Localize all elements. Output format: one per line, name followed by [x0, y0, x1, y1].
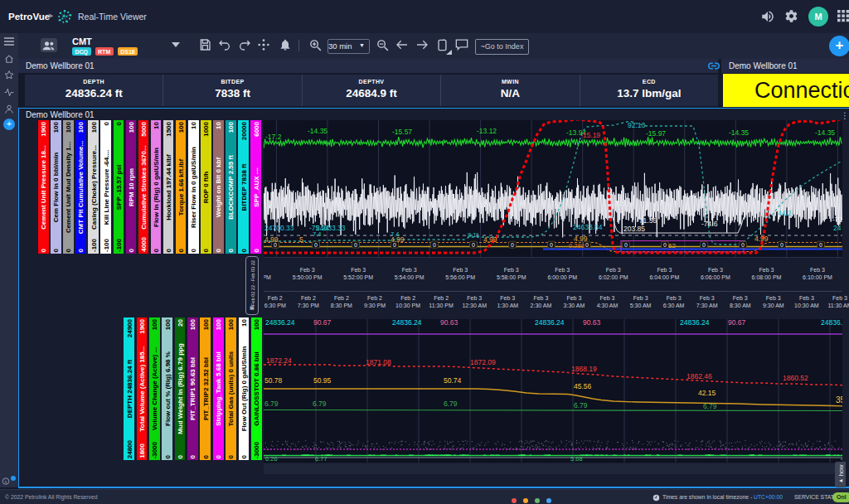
svg-text:-15.57: -15.57	[392, 128, 412, 136]
svg-text:0: 0	[780, 242, 784, 248]
svg-text:0: 0	[433, 242, 436, 248]
svg-text:42.15: 42.15	[698, 389, 716, 397]
svg-text:5.68: 5.68	[570, 455, 583, 463]
svg-text:1868.19: 1868.19	[571, 365, 597, 373]
svg-text:24836.24: 24836.24	[535, 319, 565, 327]
svg-text:-74.6: -74.6	[701, 220, 718, 228]
svg-text:24836.24: 24836.24	[392, 319, 422, 327]
svg-text:90.63: 90.63	[440, 319, 458, 327]
svg-text:6.79: 6.79	[264, 400, 279, 408]
svg-text:0: 0	[314, 242, 318, 248]
svg-text:-72: -72	[832, 216, 842, 224]
svg-text:1871.08: 1871.08	[366, 358, 391, 366]
svg-text:90.67: 90.67	[728, 319, 746, 327]
svg-text:0.280: 0.280	[569, 242, 585, 250]
svg-text:0: 0	[819, 242, 822, 248]
svg-text:0: 0	[663, 242, 667, 248]
svg-text:90.67: 90.67	[313, 319, 332, 327]
svg-text:4.99: 4.99	[754, 235, 769, 243]
svg-text:24633.84: 24633.84	[573, 223, 603, 231]
svg-text:6.79: 6.79	[313, 400, 327, 408]
svg-text:0: 0	[354, 242, 357, 248]
svg-text:0: 0	[702, 242, 706, 248]
svg-text:-17.2: -17.2	[265, 133, 282, 141]
svg-text:0: 0	[472, 242, 475, 248]
svg-text:45.56: 45.56	[574, 382, 592, 390]
svg-text:90.63: 90.63	[583, 319, 601, 327]
svg-text:6.79: 6.79	[444, 400, 458, 408]
svg-text:4.99: 4.99	[483, 235, 497, 244]
svg-text:24836.24: 24836.24	[680, 319, 710, 327]
svg-text:4.99: 4.99	[391, 235, 405, 244]
svg-text:-71.36: -71.36	[637, 216, 657, 225]
svg-text:-14.35: -14.35	[308, 127, 327, 135]
svg-text:1872.24: 1872.24	[266, 356, 292, 365]
svg-text:-15.97: -15.97	[646, 129, 666, 138]
svg-text:24: 24	[833, 224, 842, 232]
svg-text:203.85: 203.85	[623, 225, 645, 233]
svg-text:1872.09: 1872.09	[470, 358, 496, 366]
svg-text:6.77: 6.77	[315, 455, 327, 463]
svg-text:1862.46: 1862.46	[686, 372, 712, 380]
svg-text:-61.84: -61.84	[614, 200, 634, 208]
svg-text:4.99: 4.99	[264, 235, 279, 244]
svg-text:-15.19: -15.19	[580, 131, 600, 139]
svg-text:62: 62	[668, 242, 676, 250]
svg-text:0: 0	[511, 242, 514, 248]
svg-text:50.74: 50.74	[444, 376, 462, 385]
svg-text:50.78: 50.78	[264, 376, 283, 385]
svg-text:-14.35: -14.35	[729, 128, 749, 137]
svg-text:24700.33: 24700.33	[264, 224, 294, 232]
svg-text:1860.52: 1860.52	[783, 374, 808, 382]
svg-text:6.26: 6.26	[265, 455, 278, 463]
svg-text:0: 0	[550, 242, 553, 248]
svg-text:6.79: 6.79	[574, 401, 588, 410]
svg-text:35: 35	[836, 395, 842, 405]
svg-text:8.11: 8.11	[468, 231, 479, 239]
svg-text:24836.24: 24836.24	[265, 319, 295, 327]
svg-text:50.95: 50.95	[313, 376, 332, 385]
svg-text:44.2: 44.2	[778, 209, 792, 217]
svg-text:24633.33: 24633.33	[316, 224, 346, 232]
svg-text:-14.35: -14.35	[815, 128, 835, 137]
svg-text:0: 0	[624, 242, 628, 248]
svg-text:5: 5	[299, 235, 303, 244]
svg-text:6.79: 6.79	[703, 402, 717, 410]
svg-text:92.13: 92.13	[628, 121, 646, 129]
svg-text:-13.12: -13.12	[477, 127, 497, 135]
svg-text:0: 0	[741, 242, 745, 248]
svg-text:24836.24: 24836.24	[821, 319, 842, 327]
